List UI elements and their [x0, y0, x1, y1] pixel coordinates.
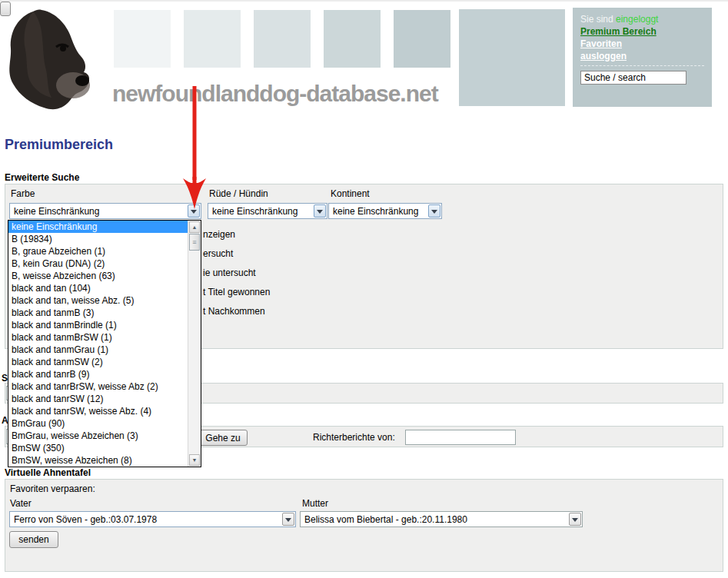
chevron-down-icon[interactable]	[428, 204, 440, 218]
page-title: Premiumbereich	[5, 137, 113, 153]
search-input[interactable]	[580, 71, 686, 85]
dropdown-option[interactable]: black and tanrSW, weisse Abz. (4)	[8, 405, 188, 417]
dropdown-option[interactable]: black and tanrB (9)	[8, 368, 188, 380]
dropdown-option[interactable]: BmGrau (90)	[8, 417, 188, 430]
dropdown-option[interactable]: black and tanmBrindle (1)	[8, 319, 188, 331]
header-tile-2	[184, 10, 241, 68]
dropdown-option[interactable]: keine Einschränkung	[8, 221, 188, 233]
chevron-down-icon[interactable]	[314, 204, 326, 218]
mutter-select[interactable]: Belissa vom Biebertal - geb.:20.11.1980	[300, 511, 583, 527]
header-tile-large	[459, 9, 565, 106]
dropdown-option[interactable]: black and tanmBrSW (1)	[8, 331, 188, 344]
ruede-huendin-select-value: keine Einschränkung	[212, 205, 311, 218]
dropdown-option[interactable]: BmGrau, weisse Abzeichen (3)	[8, 430, 188, 442]
checkbox-label-fragment: ie untersucht	[203, 267, 256, 278]
scrollbar-thumb[interactable]: ≡	[189, 234, 200, 251]
ruede-huendin-select[interactable]: keine Einschränkung	[208, 203, 327, 219]
dropdown-option[interactable]: black and tan, weisse Abz. (5)	[8, 294, 188, 307]
favoriten-link[interactable]: Favoriten	[580, 38, 704, 50]
dropdown-scrollbar[interactable]: ▲ ≡ ▼	[188, 221, 201, 467]
login-status-value: eingeloggt	[616, 14, 658, 25]
scroll-up-icon[interactable]: ▲	[189, 221, 200, 233]
favoriten-verpaaren-label: Favoriten verpaaren:	[10, 483, 95, 494]
farbe-label: Farbe	[11, 188, 35, 199]
section-heading-fragment-s: S	[2, 373, 8, 384]
dropdown-option[interactable]: black and tanrBrSW, weisse Abz (2)	[8, 380, 188, 393]
kontinent-select-value: keine Einschränkung	[333, 205, 426, 218]
kontinent-label: Kontinent	[331, 188, 370, 199]
dropdown-option[interactable]: B, kein Grau (DNA) (2)	[8, 257, 188, 270]
dropdown-option[interactable]: black and tan (104)	[8, 282, 188, 294]
site-title: newfoundlanddog-database.net	[112, 81, 438, 107]
divider	[580, 65, 704, 66]
kontinent-select[interactable]: keine Einschränkung	[328, 203, 442, 219]
dropdown-option[interactable]: BmSW, weisse Abzeichen (8)	[8, 454, 188, 467]
mutter-label: Mutter	[302, 498, 328, 509]
login-status: Sie sind eingeloggt	[580, 13, 704, 25]
ruede-huendin-label: Rüde / Hündin	[209, 188, 268, 199]
checkbox-label-fragment: ersucht	[203, 248, 233, 259]
vater-select-value: Ferro von Söven - geb.:03.07.1978	[14, 513, 280, 526]
scroll-down-icon[interactable]: ▼	[189, 454, 200, 466]
richterberichte-input[interactable]	[405, 430, 516, 445]
dropdown-option[interactable]: B (19834)	[8, 233, 188, 245]
premium-bereich-link[interactable]: Premium Bereich	[580, 25, 704, 38]
login-panel: Sie sind eingeloggt Premium Bereich Favo…	[573, 8, 712, 107]
advanced-search-heading: Erweiterte Suche	[5, 172, 79, 183]
chevron-down-icon[interactable]	[569, 513, 581, 526]
header-tile-4	[324, 10, 381, 68]
checkbox-label-fragment: nzeigen	[203, 229, 235, 240]
header-tile-3	[254, 10, 311, 68]
vater-select[interactable]: Ferro von Söven - geb.:03.07.1978	[9, 511, 296, 527]
dropdown-option[interactable]: black and tanmSW (2)	[8, 356, 188, 368]
dog-head-logo-image	[2, 4, 110, 115]
mutter-select-value: Belissa vom Biebertal - geb.:20.11.1980	[304, 513, 567, 526]
dropdown-option[interactable]: black and tanrSW (12)	[8, 393, 188, 405]
checkbox-label-fragment: t Titel gewonnen	[203, 287, 270, 297]
dropdown-option[interactable]: black and tanmB (3)	[8, 307, 188, 319]
virtual-pedigree-heading: Virtuelle Ahnentafel	[5, 467, 91, 478]
chevron-down-icon[interactable]	[282, 513, 294, 526]
ausloggen-link[interactable]: ausloggen	[580, 50, 704, 62]
header-tile-5	[394, 10, 450, 68]
chevron-down-icon[interactable]	[188, 204, 200, 218]
header-tile-1	[114, 10, 171, 68]
richterberichte-label: Richterberichte von:	[313, 432, 395, 443]
farbe-select-value: keine Einschränkung	[14, 205, 185, 218]
checkbox-label-fragment: t Nachkommen	[203, 306, 265, 317]
dropdown-option[interactable]: B, graue Abzeichen (1)	[8, 245, 188, 257]
senden-button[interactable]: senden	[9, 531, 58, 548]
page: newfoundlanddog-database.net Sie sind ei…	[0, 0, 728, 578]
login-status-prefix: Sie sind	[580, 14, 616, 25]
dropdown-option[interactable]: B, weisse Abzeichen (63)	[8, 270, 188, 282]
farbe-select[interactable]: keine Einschränkung	[9, 203, 201, 219]
gehe-zu-button[interactable]: Gehe zu	[198, 430, 248, 446]
dropdown-option[interactable]: BmSW (350)	[8, 442, 188, 454]
farbe-dropdown-list: keine Einschränkung B (19834) B, graue A…	[8, 220, 201, 467]
dropdown-option[interactable]: black and tanmGrau (1)	[8, 344, 188, 356]
vater-label: Vater	[10, 498, 32, 509]
